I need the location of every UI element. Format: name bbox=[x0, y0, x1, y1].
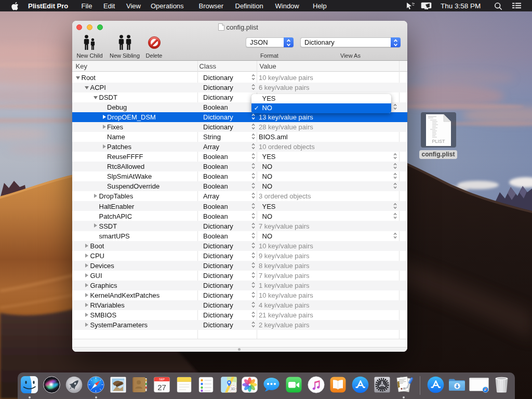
svg-text:SEP: SEP bbox=[159, 378, 165, 381]
svg-text:27: 27 bbox=[157, 383, 166, 392]
svg-text:3D: 3D bbox=[231, 387, 235, 391]
svg-text:PLIST: PLIST bbox=[432, 139, 445, 144]
